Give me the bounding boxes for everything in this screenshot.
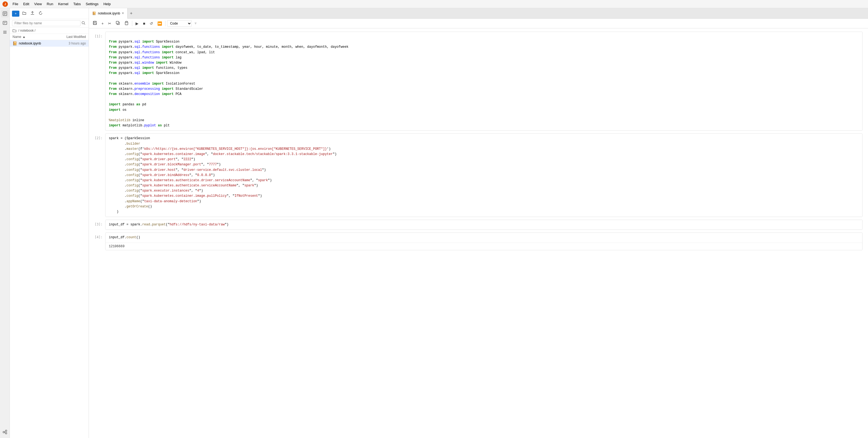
tab-icon: 📔: [92, 11, 96, 15]
notebook-area: 📔 notebook.ipynb ✕ + + ✂: [89, 8, 868, 438]
save-button[interactable]: [91, 20, 99, 27]
interrupt-button[interactable]: ■: [141, 20, 147, 27]
cell-type-select[interactable]: Code Markdown Raw: [167, 20, 192, 27]
file-toolbar: +: [10, 8, 89, 19]
cut-button[interactable]: ✂: [106, 20, 113, 27]
menu-run[interactable]: Run: [44, 1, 55, 7]
svg-rect-23: [94, 23, 96, 25]
new-button[interactable]: +: [12, 11, 19, 17]
cell-1-num: [1]:: [89, 32, 105, 131]
menu-tabs[interactable]: Tabs: [71, 1, 83, 7]
separator-1: [89, 131, 868, 133]
svg-rect-27: [126, 21, 127, 22]
toc-icon[interactable]: [1, 28, 9, 36]
tab-notebook[interactable]: 📔 notebook.ipynb ✕: [89, 8, 128, 19]
file-name: notebook.ipynb: [19, 41, 56, 45]
menu-kernel[interactable]: Kernel: [56, 1, 71, 7]
cell-3-num: [3]:: [89, 220, 105, 230]
upload-button[interactable]: [29, 10, 36, 17]
cell-2-num: [2]:: [89, 134, 105, 217]
cell-2-content[interactable]: spark = (SparkSession .builder .master(f…: [105, 134, 863, 217]
search-input[interactable]: [12, 20, 81, 26]
restart-button[interactable]: ↺: [148, 20, 155, 27]
refresh-button[interactable]: [37, 10, 44, 17]
file-row[interactable]: 📔 notebook.ipynb 3 hours ago: [10, 40, 89, 47]
svg-rect-25: [116, 21, 119, 24]
col-modified-header: Last Modified: [56, 35, 86, 39]
cell-4-content[interactable]: input_df.count() 12106669: [105, 233, 863, 250]
cell-1-code: from pyspark.sql import SparkSession fro…: [105, 32, 862, 130]
svg-line-15: [4, 431, 5, 432]
sort-icon: ▲: [22, 35, 26, 39]
menu-view[interactable]: View: [32, 1, 44, 7]
svg-text:J: J: [4, 2, 6, 6]
cell-4-num: [4]:: [89, 233, 105, 250]
app-logo: J: [2, 1, 8, 7]
svg-line-20: [84, 24, 85, 25]
svg-rect-14: [5, 433, 7, 434]
fast-forward-button[interactable]: ⏩: [156, 20, 164, 27]
toolbar-separator-2: [165, 21, 165, 26]
files-icon[interactable]: [1, 10, 9, 18]
file-list: 📔 notebook.ipynb 3 hours ago: [10, 40, 89, 438]
extensions-icon[interactable]: [1, 428, 9, 436]
file-panel: +: [10, 8, 89, 438]
svg-point-19: [82, 21, 85, 24]
separator-2: [89, 217, 868, 219]
icon-rail: [0, 8, 10, 438]
cell-3-code: input_df = spark.read.parquet("hdfs://hd…: [105, 220, 862, 230]
toolbar-separator-1: [132, 21, 132, 26]
main-layout: +: [0, 8, 868, 438]
file-list-header: Name ▲ Last Modified: [10, 34, 89, 40]
cell-1-content[interactable]: from pyspark.sql import SparkSession fro…: [105, 32, 863, 131]
notebook-file-icon: 📔: [12, 41, 17, 46]
cell-4-output: 12106669: [105, 243, 862, 250]
plus-icon: +: [15, 12, 17, 16]
paste-button[interactable]: [123, 20, 130, 27]
col-name-header[interactable]: Name ▲: [12, 35, 56, 39]
tab-close-button[interactable]: ✕: [122, 11, 124, 15]
file-modified: 3 hours ago: [56, 41, 86, 45]
open-folder-button[interactable]: [21, 10, 28, 17]
cell-4-code: input_df.count(): [105, 233, 862, 242]
running-icon[interactable]: [1, 19, 9, 27]
breadcrumb-text: / notebook /: [18, 29, 35, 32]
run-button[interactable]: ▶: [134, 20, 140, 27]
search-button[interactable]: [81, 21, 87, 26]
copy-button[interactable]: [114, 20, 122, 27]
menu-settings[interactable]: Settings: [84, 1, 101, 7]
tab-label: notebook.ipynb: [98, 11, 120, 15]
menu-file[interactable]: File: [10, 1, 21, 7]
notebook-toolbar: + ✂ ▶ ■ ↺ ⏩ Code Markdown: [89, 19, 868, 28]
svg-rect-12: [3, 432, 4, 433]
cell-2-code: spark = (SparkSession .builder .master(f…: [105, 134, 862, 217]
cell-4: [4]: input_df.count() 12106669: [89, 233, 868, 250]
cell-3-content[interactable]: input_df = spark.read.parquet("hdfs://hd…: [105, 220, 863, 230]
breadcrumb: / notebook /: [10, 28, 89, 34]
notebook-content: [1]: from pyspark.sql import SparkSessio…: [89, 28, 868, 438]
new-tab-button[interactable]: +: [128, 11, 134, 16]
search-bar: [10, 19, 89, 28]
menu-edit[interactable]: Edit: [21, 1, 31, 7]
cell-2: [2]: spark = (SparkSession .builder .mas…: [89, 134, 868, 217]
svg-rect-6: [3, 21, 7, 25]
menubar: J File Edit View Run Kernel Tabs Setting…: [0, 0, 868, 8]
separator-3: [89, 230, 868, 232]
add-cell-button[interactable]: +: [100, 20, 105, 27]
svg-rect-13: [5, 430, 7, 432]
cell-1: [1]: from pyspark.sql import SparkSessio…: [89, 32, 868, 131]
menu-help[interactable]: Help: [101, 1, 113, 7]
svg-rect-22: [94, 21, 95, 23]
tab-bar: 📔 notebook.ipynb ✕ +: [89, 8, 868, 19]
cell-3: [3]: input_df = spark.read.parquet("hdfs…: [89, 220, 868, 230]
